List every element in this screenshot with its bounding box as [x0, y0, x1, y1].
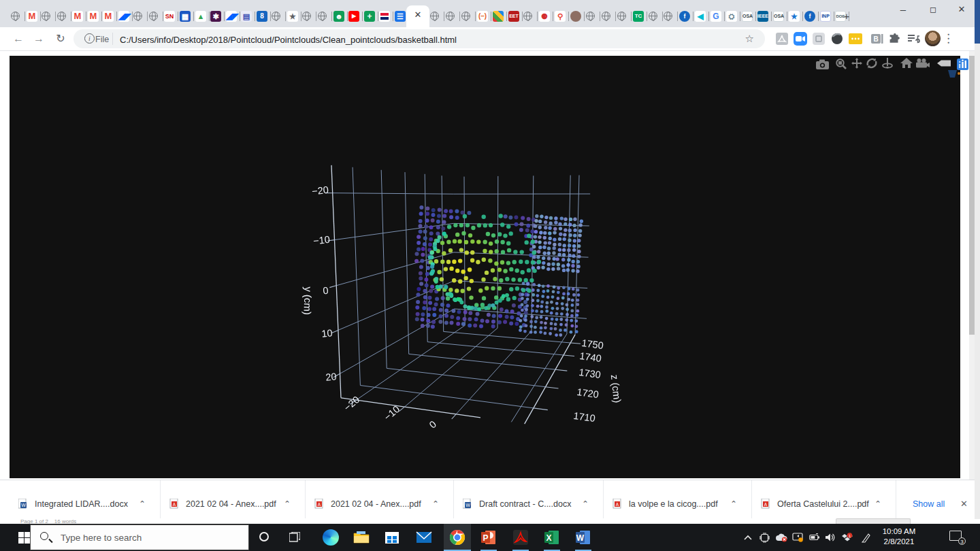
svg-text:A: A [764, 502, 768, 507]
svg-text:B: B [873, 35, 878, 43]
svg-text:A: A [616, 502, 619, 507]
svg-text:X: X [546, 533, 551, 543]
svg-text:W: W [466, 503, 470, 507]
svg-text:W: W [576, 533, 585, 543]
svg-text:W: W [21, 503, 26, 507]
svg-text:10: 10 [321, 327, 333, 339]
svg-text:−10: −10 [312, 234, 330, 246]
svg-text:−20: −20 [311, 184, 329, 197]
svg-text:A: A [318, 502, 321, 507]
svg-text:1: 1 [849, 534, 851, 538]
svg-text:y (cm): y (cm) [301, 286, 314, 315]
svg-text:0: 0 [323, 285, 329, 297]
svg-text:P: P [483, 533, 488, 543]
svg-text:20: 20 [325, 371, 338, 383]
svg-text:A: A [173, 502, 176, 507]
